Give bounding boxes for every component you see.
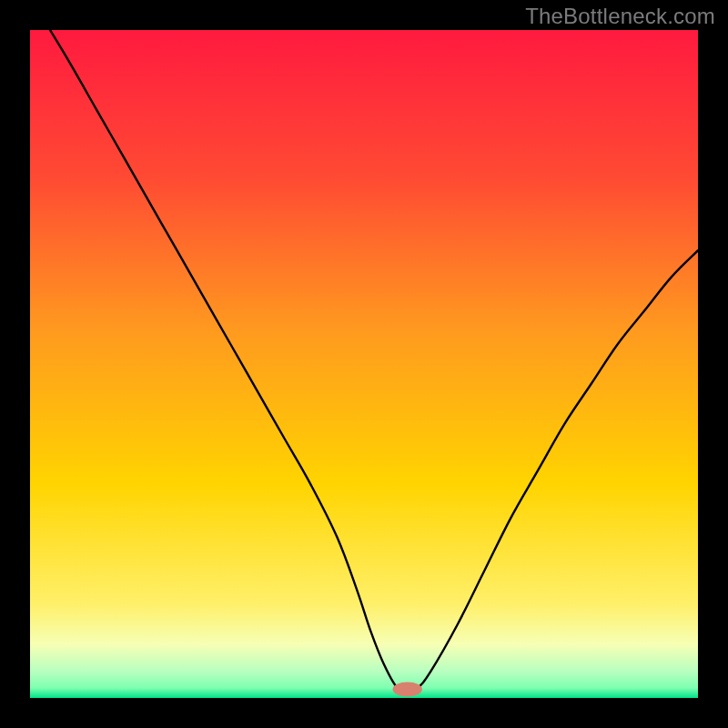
gradient-background: [30, 30, 698, 698]
watermark-text: TheBottleneck.com: [525, 4, 715, 29]
bottleneck-chart: [30, 30, 698, 698]
optimal-point-marker: [393, 682, 422, 696]
chart-frame: TheBottleneck.com: [0, 0, 728, 728]
plot-area: [30, 30, 698, 698]
